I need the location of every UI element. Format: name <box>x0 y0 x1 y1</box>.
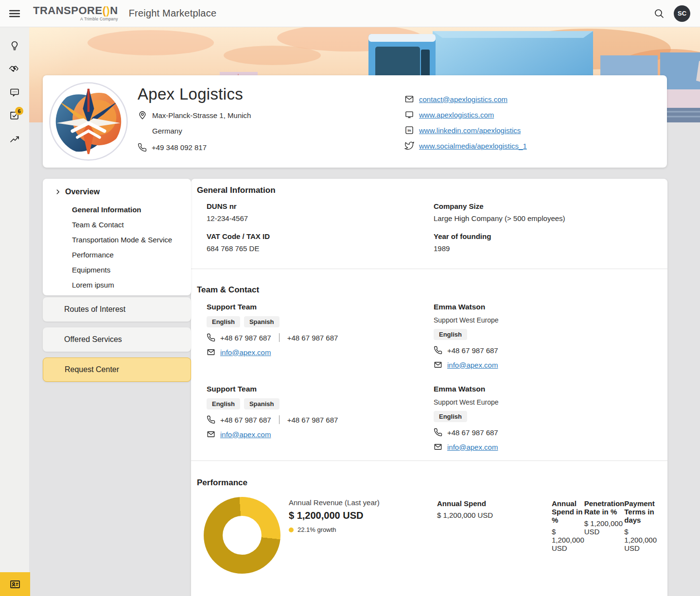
twitter-icon <box>404 141 414 151</box>
nav-routes-of-interest[interactable]: Routes of Interest <box>43 297 191 322</box>
field-year-founding: Year of founding 1989 <box>434 232 652 262</box>
company-social-link[interactable]: www.socialmedia/apexlogistics_1 <box>419 142 527 150</box>
section-divider <box>191 460 667 461</box>
contact-block-support-team-1: Support Team English Spanish +48 67 987 … <box>207 303 434 369</box>
handshake-icon[interactable] <box>0 57 29 81</box>
field-vat: VAT Code / TAX ID 684 768 765 DE <box>207 232 434 262</box>
contact-card-button[interactable] <box>0 572 30 596</box>
svg-text:in: in <box>407 128 411 133</box>
stat-annual-spend-pct: Annual Spend in % $ 1,200,000 USD <box>552 499 584 529</box>
company-linkedin-link[interactable]: www.linkedin.com/apexlogistics <box>419 126 521 135</box>
email-icon <box>434 443 442 451</box>
phone-icon <box>434 428 442 437</box>
stat-penetration-rate: Penetration Rate in % $ 1,200,000 USD <box>584 499 625 529</box>
annual-revenue-donut-chart <box>204 497 280 574</box>
nav-item-lorem-ipsum[interactable]: Lorem ipsum <box>72 277 191 292</box>
language-chip: English <box>207 316 240 327</box>
phone-separator <box>279 333 280 342</box>
left-icon-rail: 6 <box>0 27 29 596</box>
company-address-line2: Germany <box>152 127 182 135</box>
field-duns: DUNS nr 12-234-4567 <box>207 202 434 232</box>
top-header: TRANSPORE()N A Trimble Company Freight M… <box>0 0 700 27</box>
id-card-icon <box>9 578 21 591</box>
contact-email-link[interactable]: info@apex.com <box>447 361 498 369</box>
language-chip: Spanish <box>244 316 280 327</box>
contact-block-emma-watson-1: Emma Watson Support West Europe English … <box>434 303 652 369</box>
nav-item-team-contact[interactable]: Team & Contact <box>72 217 191 232</box>
company-email-link[interactable]: contact@apexlogistics.com <box>419 95 508 103</box>
company-address-line1: Max-Planck-Strasse 1, Munich <box>152 111 251 119</box>
user-avatar[interactable]: SC <box>674 5 690 22</box>
search-icon[interactable] <box>653 8 665 19</box>
performance-heading: Performance <box>197 478 247 488</box>
transporeon-logo[interactable]: TRANSPORE()N A Trimble Company <box>33 5 118 21</box>
brand-wordmark: TRANSPORE()N <box>33 5 118 16</box>
section-nav-panel: Overview General Information Team & Cont… <box>43 179 191 295</box>
email-icon <box>207 430 215 439</box>
analytics-trend-icon[interactable] <box>0 127 29 151</box>
phone-separator <box>279 415 280 424</box>
annual-revenue-value: $ 1,200,000 USD <box>289 510 380 521</box>
language-chip: English <box>207 398 240 409</box>
team-contact-heading: Team & Contact <box>197 285 259 295</box>
chat-icon[interactable] <box>0 81 29 104</box>
hamburger-menu-icon[interactable] <box>0 10 29 17</box>
nav-overview[interactable]: Overview <box>54 187 191 196</box>
nav-offered-services[interactable]: Offered Services <box>43 327 191 352</box>
section-divider <box>191 269 667 269</box>
general-information-heading: General Information <box>197 186 276 195</box>
field-company-size: Company Size Large High Company (> 500 e… <box>434 202 652 232</box>
phone-icon <box>138 143 147 152</box>
contact-email-link[interactable]: info@apex.com <box>220 348 271 357</box>
email-icon <box>404 94 414 104</box>
phone-icon <box>207 415 215 424</box>
nav-item-general-information[interactable]: General Information <box>72 202 191 217</box>
company-phone: +49 348 092 817 <box>152 143 207 152</box>
chevron-right-icon <box>54 188 61 195</box>
brand-subtitle: A Trimble Company <box>80 17 118 21</box>
phone-icon <box>207 333 215 342</box>
nav-item-transportation[interactable]: Transportation Mode & Service <box>72 232 191 247</box>
ideas-lightbulb-icon[interactable] <box>0 34 29 57</box>
contact-email-link[interactable]: info@apex.com <box>220 430 271 439</box>
tasks-badge: 6 <box>15 107 23 115</box>
profile-content-card: General Information DUNS nr 12-234-4567 … <box>191 179 667 596</box>
growth-legend-dot <box>289 528 294 532</box>
nav-request-center[interactable]: Request Center <box>43 358 191 382</box>
company-website-link[interactable]: www.apexlogistics.com <box>419 111 494 119</box>
contact-email-link[interactable]: info@apex.com <box>447 443 498 451</box>
language-chip: English <box>434 411 467 422</box>
tasks-icon[interactable]: 6 <box>0 104 29 127</box>
language-chip: Spanish <box>244 398 280 409</box>
nav-item-equipments[interactable]: Equipments <box>72 262 191 277</box>
language-chip: English <box>434 329 467 340</box>
linkedin-icon: in <box>404 125 414 135</box>
company-summary-card: Apex Logistics Max-Planck-Strasse 1, Mun… <box>43 75 667 168</box>
stat-annual-spend: Annual Spend $ 1,200,000 USD <box>437 499 552 529</box>
company-logo <box>49 82 128 161</box>
email-icon <box>434 360 442 369</box>
contact-block-support-team-2: Support Team English Spanish +48 67 987 … <box>207 385 434 451</box>
phone-icon <box>434 346 442 355</box>
growth-text: 22.1% growth <box>298 526 336 533</box>
page-title: Freight Marketplace <box>129 8 217 19</box>
annual-revenue-label: Annual Revenue (Last year) <box>289 498 380 507</box>
website-icon <box>404 110 414 119</box>
stat-payment-terms: Payment Terms in days $ 1,200,000 USD <box>624 499 657 529</box>
company-name: Apex Logistics <box>138 85 251 103</box>
location-pin-icon <box>138 110 147 120</box>
nav-item-performance[interactable]: Performance <box>72 247 191 262</box>
email-icon <box>207 348 215 357</box>
contact-block-emma-watson-2: Emma Watson Support West Europe English … <box>434 385 652 451</box>
freight-marketplace-page: TRANSPORE()N A Trimble Company Freight M… <box>0 0 700 596</box>
